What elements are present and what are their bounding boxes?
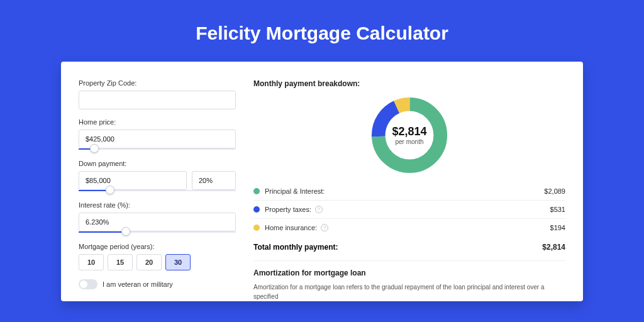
down-payment-label: Down payment: <box>79 160 236 167</box>
veteran-toggle[interactable] <box>79 279 97 289</box>
interest-input[interactable] <box>79 213 236 231</box>
period-label: Mortgage period (years): <box>79 243 236 250</box>
interest-label: Interest rate (%): <box>79 201 236 209</box>
down-payment-amount-input[interactable] <box>79 171 187 190</box>
breakdown-item-label: Principal & Interest: <box>265 187 325 195</box>
interest-slider[interactable] <box>79 230 236 234</box>
breakdown-item-label: Home insurance: <box>265 224 317 231</box>
total-label: Total monthly payment: <box>253 243 338 252</box>
period-option-30[interactable]: 30 <box>165 254 191 270</box>
slider-thumb[interactable] <box>106 186 114 194</box>
breakdown-item-value: $194 <box>550 224 565 231</box>
info-icon[interactable]: ? <box>321 224 328 231</box>
home-price-input[interactable] <box>79 130 236 148</box>
breakdown-line: Principal & Interest:$2,089 <box>253 182 565 201</box>
total-value: $2,814 <box>542 243 565 252</box>
page-title: Felicity Mortgage Calculator <box>0 23 644 44</box>
period-block: Mortgage period (years): 10152030 <box>79 243 236 270</box>
amortization-body: Amortization for a mortgage loan refers … <box>253 282 565 301</box>
breakdown-item-label: Property taxes: <box>265 206 311 213</box>
period-option-20[interactable]: 20 <box>136 254 162 270</box>
down-payment-slider[interactable] <box>79 189 236 192</box>
donut-center-sub: per month <box>395 138 423 145</box>
down-payment-block: Down payment: <box>79 160 236 192</box>
swatch <box>253 225 260 231</box>
breakdown-line: Property taxes:?$531 <box>253 201 565 219</box>
swatch <box>253 188 260 194</box>
breakdown-item-value: $531 <box>550 206 565 213</box>
total-line: Total monthly payment: $2,814 <box>253 236 565 260</box>
period-option-10[interactable]: 10 <box>79 254 104 270</box>
inputs-column: Property Zip Code: Home price: Down paym… <box>79 79 236 301</box>
zip-block: Property Zip Code: <box>79 79 236 109</box>
breakdown-column: Monthly payment breakdown: $2,814 per mo… <box>253 79 565 301</box>
home-price-label: Home price: <box>79 118 236 126</box>
period-options: 10152030 <box>79 254 236 270</box>
zip-input[interactable] <box>79 91 236 109</box>
period-option-15[interactable]: 15 <box>108 254 133 270</box>
breakdown-lines: Principal & Interest:$2,089Property taxe… <box>253 182 565 236</box>
amortization-title: Amortization for mortgage loan <box>253 260 565 277</box>
interest-block: Interest rate (%): <box>79 201 236 234</box>
calculator-card: Property Zip Code: Home price: Down paym… <box>61 62 583 301</box>
breakdown-line: Home insurance:?$194 <box>253 219 565 236</box>
veteran-label: I am veteran or military <box>103 280 173 288</box>
donut-chart: $2,814 per month <box>253 94 565 182</box>
slider-thumb[interactable] <box>90 144 99 153</box>
home-price-slider[interactable] <box>79 147 236 151</box>
swatch <box>253 206 260 213</box>
veteran-row: I am veteran or military <box>79 279 236 289</box>
down-payment-pct-input[interactable] <box>192 171 236 190</box>
donut-center-value: $2,814 <box>392 125 426 138</box>
home-price-block: Home price: <box>79 118 236 151</box>
breakdown-item-value: $2,089 <box>544 187 565 195</box>
zip-label: Property Zip Code: <box>79 79 236 87</box>
info-icon[interactable]: ? <box>315 206 323 213</box>
slider-thumb[interactable] <box>121 227 130 236</box>
breakdown-title: Monthly payment breakdown: <box>253 79 565 88</box>
